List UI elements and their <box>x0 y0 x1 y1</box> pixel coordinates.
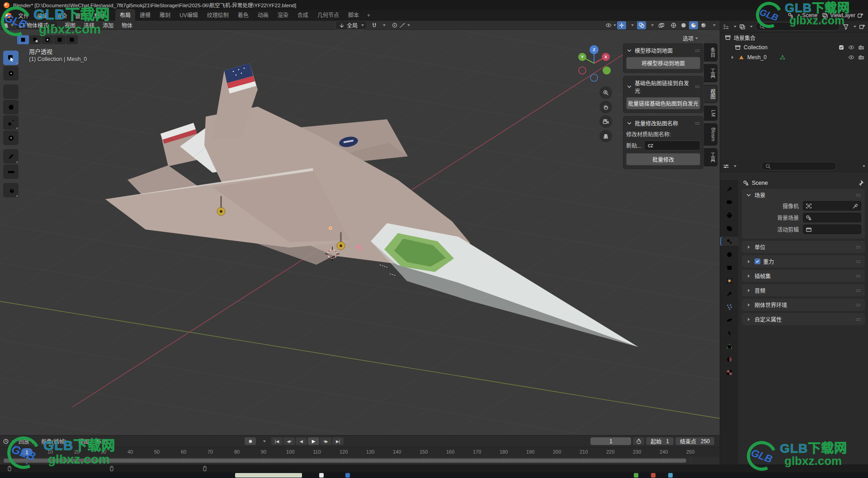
drag-handle-icon[interactable] <box>855 192 861 198</box>
menu-playback[interactable]: 回放 <box>15 436 37 446</box>
hide-viewport-icon[interactable] <box>848 54 854 61</box>
select-tool[interactable] <box>3 51 19 65</box>
add-cube-tool[interactable] <box>3 183 19 197</box>
frame-end-field[interactable]: 结束点250 <box>675 437 714 445</box>
main-menu-2[interactable]: 渲染 <box>52 10 71 21</box>
drag-handle-icon[interactable] <box>694 47 700 54</box>
viewport-menu-0[interactable]: 视图 <box>61 20 80 30</box>
shading-rendered-button[interactable] <box>699 21 708 29</box>
taskbar-icon[interactable] <box>634 473 638 478</box>
gizmo-y-axis[interactable]: Y <box>578 53 586 61</box>
cursor-tool[interactable] <box>3 66 19 80</box>
workspace-tab-雕刻[interactable]: 雕刻 <box>155 9 175 21</box>
workspace-tab-动画[interactable]: 动画 <box>253 9 273 21</box>
link-basecolor-button[interactable]: 批量链接基础色贴图到自发光 <box>626 97 700 109</box>
eyedropper-icon[interactable] <box>852 203 859 209</box>
properties-search-input[interactable] <box>761 162 836 170</box>
viewlayer-name[interactable]: ViewLayer <box>830 12 855 19</box>
drag-handle-icon[interactable] <box>855 316 861 323</box>
drag-handle-icon[interactable] <box>855 244 861 250</box>
properties-panel-header-自定义属性[interactable]: 自定义属性 <box>745 315 861 323</box>
panel-header[interactable]: 模型移动到地面 <box>626 46 700 56</box>
pin-icon[interactable] <box>858 180 864 186</box>
xray-toggle[interactable] <box>657 21 666 29</box>
perspective-toggle-button[interactable] <box>599 130 612 142</box>
play-reverse-button[interactable]: ◀ <box>296 437 307 445</box>
taskbar-icon[interactable] <box>651 473 656 478</box>
drag-handle-icon[interactable] <box>855 302 861 308</box>
new-viewlayer-icon[interactable] <box>857 12 863 19</box>
proportional-falloff-dropdown[interactable] <box>399 21 410 29</box>
move-tool[interactable] <box>3 84 19 99</box>
workspace-tab-渲染[interactable]: 渲染 <box>273 9 293 21</box>
jump-to-end-button[interactable]: ▶| <box>332 437 344 445</box>
shading-wireframe-button[interactable] <box>669 21 678 29</box>
outliner-search-input[interactable] <box>755 22 840 31</box>
workspace-tab-纹理绘制[interactable]: 纹理绘制 <box>203 9 233 21</box>
collection-label[interactable]: Collection <box>744 44 768 51</box>
taskbar-icon[interactable] <box>319 473 324 478</box>
play-button[interactable]: ▶ <box>308 437 319 445</box>
proportional-edit-toggle[interactable] <box>390 21 399 29</box>
timeline-editor-icon[interactable] <box>3 438 9 445</box>
breadcrumb-label[interactable]: Scene <box>752 180 768 186</box>
properties-tab-world[interactable] <box>720 250 738 259</box>
blender-menu-icon[interactable] <box>4 13 11 18</box>
drag-handle-icon[interactable] <box>855 258 861 265</box>
n-panel-tab-1-工具[interactable]: 工具 <box>704 64 717 82</box>
batch-rename-button[interactable]: 批量修改 <box>626 153 700 165</box>
properties-panel-header-重力[interactable]: 重力 <box>745 258 861 265</box>
measure-tool[interactable] <box>3 164 19 179</box>
taskbar-icon[interactable] <box>345 473 350 478</box>
gizmo-z-axis[interactable]: Z <box>590 45 599 54</box>
new-collection-icon[interactable] <box>859 23 865 30</box>
mesh-label[interactable]: Mesh_0 <box>747 54 767 61</box>
workspace-tab-几何节点[interactable]: 几何节点 <box>313 9 344 21</box>
workspace-tab-合成[interactable]: 合成 <box>293 9 313 21</box>
n-panel-tab-4-Blosm[interactable]: Blosm <box>704 123 717 145</box>
row-collection[interactable]: Collection <box>720 42 868 52</box>
outliner-editor-icon[interactable] <box>723 23 729 30</box>
properties-tab-collection[interactable] <box>720 263 738 272</box>
overlays-toggle[interactable] <box>637 21 646 29</box>
properties-options-dropdown[interactable] <box>863 165 865 167</box>
properties-tab-view-layer[interactable] <box>720 224 738 233</box>
viewport-menu-2[interactable]: 添加 <box>99 20 118 30</box>
properties-panel-header-单位[interactable]: 单位 <box>745 243 861 251</box>
properties-tab-particles[interactable] <box>720 302 738 311</box>
main-menu-0[interactable]: 文件 <box>14 10 33 21</box>
workspace-tab-建模[interactable]: 建模 <box>135 9 155 21</box>
drag-handle-icon[interactable] <box>855 287 861 294</box>
orientation-dropdown[interactable]: 全局 <box>335 21 367 30</box>
shading-solid-button[interactable] <box>679 21 688 29</box>
auto-key-button[interactable] <box>245 437 256 445</box>
main-menu-3[interactable]: 窗口 <box>71 10 90 21</box>
prev-keyframe-button[interactable]: ◀• <box>283 437 295 445</box>
scene-panel-header[interactable]: 场景 <box>745 191 861 199</box>
row-scene-collection[interactable]: 场景集合 <box>720 33 868 42</box>
transform-tool[interactable] <box>3 131 19 145</box>
gizmo-x-axis[interactable]: X <box>602 53 610 61</box>
current-frame-badge[interactable]: 1 <box>21 448 33 456</box>
properties-panel-header-插帧集[interactable]: 插帧集 <box>745 272 861 280</box>
select-mode-set[interactable] <box>17 35 29 44</box>
gizmos-toggle[interactable] <box>617 21 626 29</box>
taskbar-app-button[interactable] <box>235 473 302 478</box>
properties-tab-object[interactable] <box>720 276 738 285</box>
properties-tab-modifiers[interactable] <box>720 289 738 298</box>
properties-tab-object-data[interactable] <box>720 342 738 351</box>
scene-selector[interactable]: Scene <box>788 12 817 19</box>
menu-marker[interactable]: 标记 <box>93 436 110 446</box>
rotate-tool[interactable] <box>3 100 19 114</box>
properties-tab-scene[interactable] <box>720 237 738 246</box>
menu-view[interactable]: 视图 <box>75 436 92 446</box>
n-panel-tab-2-视图[interactable]: 视图 <box>704 85 717 103</box>
panel-header[interactable]: 基础色贴图链接到自发光 <box>626 78 700 96</box>
navigation-gizmo[interactable]: Z Y X <box>573 38 617 85</box>
filter-icon[interactable] <box>843 23 849 30</box>
annotate-tool[interactable] <box>3 149 19 164</box>
viewport-menu-3[interactable]: 物体 <box>118 20 137 30</box>
properties-tab-tool[interactable] <box>720 184 738 193</box>
collection-checkbox[interactable] <box>838 44 844 51</box>
properties-panel-header-音频[interactable]: 音频 <box>745 286 861 294</box>
